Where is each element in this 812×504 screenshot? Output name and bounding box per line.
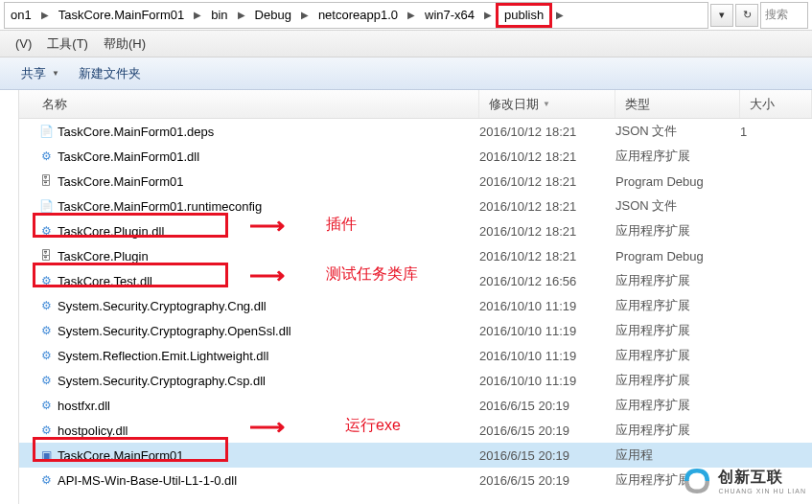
file-name: API-MS-Win-Base-Util-L1-1-0.dll	[58, 473, 237, 488]
sort-desc-icon: ▼	[543, 100, 550, 108]
pdb-file-icon: 🗄	[38, 173, 54, 189]
file-row[interactable]: ⚙TaskCore.Plugin.dll2016/10/12 18:21应用程序…	[19, 218, 812, 243]
file-type: 应用程序扩展	[615, 222, 740, 240]
chevron-right-icon[interactable]: ▶	[480, 10, 496, 20]
file-name: System.Security.Cryptography.Cng.dll	[58, 299, 267, 313]
file-row[interactable]: ⚙System.Security.Cryptography.Cng.dll201…	[19, 293, 812, 318]
file-row[interactable]: ⚙hostpolicy.dll2016/6/15 20:19应用程序扩展	[19, 418, 812, 443]
file-name-cell: ⚙TaskCore.Plugin.dll	[19, 223, 479, 239]
menu-tools[interactable]: 工具(T)	[39, 35, 96, 53]
crumb-bin[interactable]: bin	[205, 3, 233, 28]
col-date[interactable]: 修改日期▼	[479, 90, 615, 118]
file-date: 2016/10/10 11:19	[479, 324, 615, 338]
share-button[interactable]: 共享▼	[12, 65, 69, 82]
file-date: 2016/10/12 18:21	[479, 199, 615, 214]
chevron-right-icon[interactable]: ▶	[190, 10, 205, 20]
nav-pane[interactable]	[0, 90, 19, 504]
chevron-right-icon[interactable]: ▶	[404, 10, 419, 20]
file-row[interactable]: ⚙System.Reflection.Emit.Lightweight.dll2…	[19, 343, 812, 368]
file-name: TaskCore.MainForm01	[58, 174, 184, 189]
file-name-cell: ⚙System.Security.Cryptography.Cng.dll	[19, 298, 479, 313]
col-name[interactable]: 名称	[19, 90, 479, 118]
file-row[interactable]: ⚙System.Security.Cryptography.OpenSsl.dl…	[19, 318, 812, 343]
file-name: TaskCore.MainForm01	[58, 448, 184, 463]
menu-help[interactable]: 帮助(H)	[96, 35, 153, 53]
dll-file-icon: ⚙	[38, 423, 54, 438]
file-name: TaskCore.Test.dll	[58, 274, 152, 288]
dll-file-icon: ⚙	[38, 472, 54, 488]
file-row[interactable]: 📄TaskCore.MainForm01.runtimeconfig2016/1…	[19, 194, 812, 218]
crumb-netcore[interactable]: netcoreapp1.0	[313, 3, 404, 28]
file-name-cell: ⚙System.Reflection.Emit.Lightweight.dll	[19, 348, 479, 363]
file-name: hostfxr.dll	[58, 399, 110, 413]
file-name: TaskCore.Plugin	[58, 249, 149, 263]
dll-file-icon: ⚙	[38, 223, 54, 239]
file-row[interactable]: ⚙System.Security.Cryptography.Csp.dll201…	[19, 368, 812, 393]
file-type: 应用程序扩展	[615, 372, 740, 389]
file-name: System.Security.Cryptography.OpenSsl.dll	[58, 324, 291, 338]
chevron-right-icon[interactable]: ▶	[37, 10, 53, 20]
file-name: TaskCore.MainForm01.runtimeconfig	[58, 199, 262, 214]
file-row[interactable]: 🗄TaskCore.Plugin2016/10/12 18:21Program …	[19, 243, 812, 268]
dll-file-icon: ⚙	[38, 149, 54, 164]
file-type: JSON 文件	[615, 123, 740, 140]
file-date: 2016/10/12 16:56	[479, 274, 615, 288]
crumb-on1[interactable]: on1	[5, 3, 37, 28]
menu-bar: (V) 工具(T) 帮助(H)	[0, 31, 812, 57]
file-row[interactable]: 🗄TaskCore.MainForm012016/10/12 18:21Prog…	[19, 169, 812, 194]
crumb-debug[interactable]: Debug	[249, 3, 297, 28]
toolbar: 共享▼ 新建文件夹	[0, 57, 812, 90]
chevron-right-icon[interactable]: ▶	[552, 10, 568, 20]
logo-icon	[680, 464, 714, 498]
crumb-win7[interactable]: win7-x64	[419, 3, 480, 28]
file-name-cell: ⚙TaskCore.Test.dll	[19, 273, 479, 288]
crumb-publish[interactable]: publish	[496, 3, 552, 28]
json-file-icon: 📄	[38, 198, 54, 214]
refresh-button[interactable]: ↻	[735, 4, 758, 27]
file-date: 2016/10/10 11:19	[479, 374, 615, 388]
file-type: 应用程序扩展	[615, 272, 740, 289]
file-type: 应用程序扩展	[615, 297, 740, 314]
exe-file-icon: ▣	[38, 447, 54, 463]
file-type: JSON 文件	[615, 197, 740, 215]
json-file-icon: 📄	[38, 124, 54, 139]
file-row[interactable]: ⚙TaskCore.Test.dll2016/10/12 16:56应用程序扩展	[19, 268, 812, 293]
dll-file-icon: ⚙	[38, 298, 54, 313]
dll-file-icon: ⚙	[38, 323, 54, 338]
file-type: Program Debug	[615, 174, 740, 189]
new-folder-button[interactable]: 新建文件夹	[69, 65, 151, 82]
col-size[interactable]: 大小	[740, 90, 812, 118]
search-input[interactable]: 搜索	[760, 2, 808, 29]
menu-view[interactable]: (V)	[8, 36, 39, 51]
chevron-right-icon[interactable]: ▶	[234, 10, 249, 20]
content-area: 名称 修改日期▼ 类型 大小 📄TaskCore.MainForm01.deps…	[0, 90, 812, 504]
col-type[interactable]: 类型	[615, 90, 740, 118]
file-row[interactable]: ⚙hostfxr.dll2016/6/15 20:19应用程序扩展	[19, 393, 812, 418]
file-name-cell: ⚙hostpolicy.dll	[19, 423, 479, 438]
breadcrumb[interactable]: on1▶ TaskCore.MainForm01▶ bin▶ Debug▶ ne…	[4, 2, 708, 29]
crumb-mainform[interactable]: TaskCore.MainForm01	[53, 3, 191, 28]
logo-text: 创新互联	[718, 468, 806, 488]
file-size: 1	[740, 125, 812, 139]
file-type: 应用程序扩展	[615, 422, 740, 439]
file-date: 2016/6/15 20:19	[479, 473, 615, 488]
history-dropdown-button[interactable]: ▾	[710, 4, 733, 27]
file-row[interactable]: ⚙TaskCore.MainForm01.dll2016/10/12 18:21…	[19, 144, 812, 169]
file-date: 2016/10/10 11:19	[479, 349, 615, 363]
chevron-down-icon: ▼	[52, 69, 59, 78]
file-date: 2016/6/15 20:19	[479, 448, 615, 463]
file-type: 应用程序扩展	[615, 322, 740, 339]
file-name-cell: 📄TaskCore.MainForm01.runtimeconfig	[19, 198, 479, 214]
file-name-cell: 🗄TaskCore.MainForm01	[19, 173, 479, 189]
file-type: Program Debug	[615, 249, 740, 263]
chevron-right-icon[interactable]: ▶	[297, 10, 313, 20]
logo-subtext: CHUANG XIN HU LIAN	[718, 488, 806, 494]
file-name-cell: ⚙hostfxr.dll	[19, 398, 479, 413]
column-headers: 名称 修改日期▼ 类型 大小	[19, 90, 812, 119]
file-name: TaskCore.MainForm01.dll	[58, 149, 199, 164]
address-bar: on1▶ TaskCore.MainForm01▶ bin▶ Debug▶ ne…	[0, 0, 812, 31]
file-date: 2016/10/12 18:21	[479, 125, 615, 139]
file-name-cell: ▣TaskCore.MainForm01	[19, 447, 479, 463]
file-row[interactable]: 📄TaskCore.MainForm01.deps2016/10/12 18:2…	[19, 119, 812, 144]
file-date: 2016/10/12 18:21	[479, 174, 615, 189]
